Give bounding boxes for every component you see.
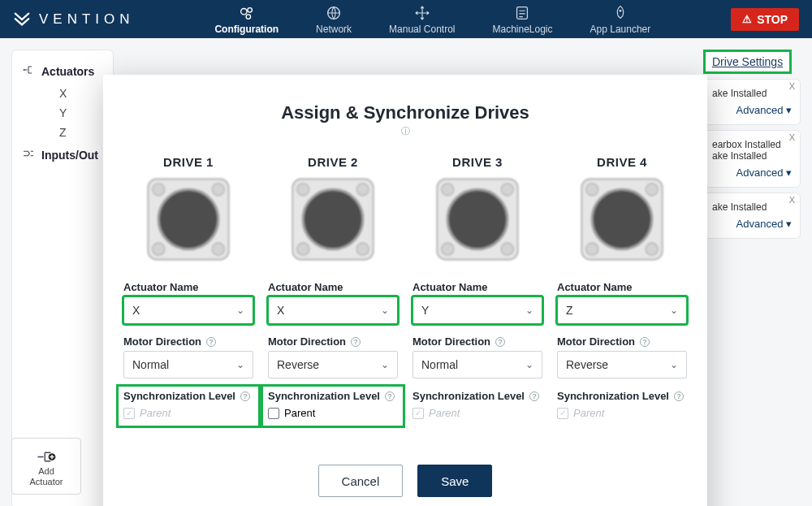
parent-label: Parent [140,407,171,419]
info-icon[interactable]: ? [240,391,250,401]
drive-connector-icon [576,175,668,263]
chevron-down-icon: ⌄ [525,359,533,370]
drive-connector-icon [431,175,524,263]
motor-direction-label: Motor Direction? [123,335,253,348]
svg-point-21 [442,184,454,196]
nav-network[interactable]: Network [316,4,352,35]
nav-label: App Launcher [590,24,651,35]
select-value: Y [421,304,429,317]
chevron-down-icon: ⌄ [670,305,678,316]
save-button[interactable]: Save [417,465,492,497]
nav-machinelogic[interactable]: MachineLogic [492,4,552,35]
drive-4-direction-select[interactable]: Reverse ⌄ [557,351,687,378]
select-value: Normal [421,358,458,371]
motor-direction-label: Motor Direction? [412,335,542,348]
drive-1-direction-select[interactable]: Normal ⌄ [123,351,253,378]
checkbox-icon: ✓ [557,408,568,419]
motor-direction-label: Motor Direction? [557,335,687,348]
drive-1-actuator-select[interactable]: X ⌄ [123,296,253,324]
nav-manual-control[interactable]: Manual Control [389,4,455,35]
drive-1-column: DRIVE 1 Actuator Name X ⌄ Motor Directio… [123,155,253,419]
modal-title: Assign & Synchronize Drives [123,102,688,123]
drive-3-direction-select[interactable]: Normal ⌄ [412,351,542,378]
select-value: X [277,304,284,317]
page-body: Actuators X Y Z Inputs/Out Drive Setting… [0,38,812,506]
svg-point-23 [442,243,454,255]
drive-2-parent-checkbox[interactable]: Parent [268,407,398,419]
svg-point-6 [24,69,25,71]
svg-point-9 [153,184,165,196]
drive-3-heading: DRIVE 3 [412,155,542,169]
nav-configuration[interactable]: Configuration [214,4,279,35]
vention-chevrons-icon [13,11,31,28]
config-card-2: X earbox Installed ake Installed Advance… [703,130,801,188]
svg-point-18 [356,243,369,255]
modal-title-help-icon[interactable]: ⓘ [123,125,688,137]
globe-icon [325,4,343,22]
drive-connector-icon [142,175,235,263]
drive-4-heading: DRIVE 4 [557,155,687,169]
chevron-down-icon: ⌄ [525,305,533,316]
sidebar-axis-x[interactable]: X [12,84,113,103]
top-nav: Configuration Network Manual Control Mac… [140,4,727,35]
close-icon[interactable]: X [789,132,795,142]
svg-point-2 [246,14,251,19]
drive-1-heading: DRIVE 1 [123,155,253,169]
info-icon[interactable]: ? [674,391,684,401]
rocket-icon [611,4,629,22]
advanced-toggle[interactable]: Advanced [712,162,792,179]
nav-app-launcher[interactable]: App Launcher [590,4,651,35]
stop-button[interactable]: STOP [731,8,799,31]
nav-label: Configuration [214,24,279,35]
gears-icon [238,4,256,22]
add-actuator-button[interactable]: Add Actuator [11,438,81,495]
svg-point-24 [501,243,513,255]
svg-point-27 [586,184,598,196]
brand-logo: VENTION [13,11,135,28]
svg-point-28 [646,184,658,196]
drive-settings-link[interactable]: Drive Settings [703,50,792,74]
drive-4-parent-checkbox: ✓ Parent [557,407,687,419]
advanced-toggle[interactable]: Advanced [712,99,792,116]
stop-label: STOP [757,13,788,26]
chevron-down-icon: ⌄ [381,305,389,316]
actuator-name-label: Actuator Name [268,281,398,293]
actuator-name-label: Actuator Name [557,281,687,293]
drive-3-actuator-select[interactable]: Y ⌄ [412,296,542,324]
sidebar-axis-y[interactable]: Y [12,103,113,123]
parent-label: Parent [429,407,460,419]
select-value: X [132,304,140,317]
drive-3-column: DRIVE 3 Actuator Name Y ⌄ Motor Directio… [412,155,542,419]
gearbox-installed-text: earbox Installed [712,139,792,150]
close-icon[interactable]: X [789,81,795,91]
motor-direction-label: Motor Direction? [268,335,398,348]
info-icon[interactable]: ? [206,337,216,347]
add-actuator-label: Add Actuator [30,466,63,487]
sidebar-axis-z[interactable]: Z [12,123,113,142]
select-value: Normal [132,358,169,371]
drive-4-actuator-select[interactable]: Z ⌄ [557,296,687,324]
advanced-toggle[interactable]: Advanced [712,213,792,230]
info-icon[interactable]: ? [385,391,395,401]
chevron-down-icon: ⌄ [670,359,678,370]
sidebar-io-header[interactable]: Inputs/Out [12,142,113,167]
chevron-down-icon: ⌄ [381,359,389,370]
checkbox-icon [268,408,279,419]
drive-2-actuator-select[interactable]: X ⌄ [268,296,398,324]
info-icon[interactable]: ? [495,337,505,347]
io-tree-icon [22,147,35,162]
info-icon[interactable]: ? [351,337,361,347]
sidebar-actuators-header[interactable]: Actuators [12,58,113,84]
close-icon[interactable]: X [789,195,795,205]
info-icon[interactable]: ? [529,391,539,401]
info-icon[interactable]: ? [640,337,650,347]
svg-point-0 [240,8,246,14]
sliders-icon [513,4,531,22]
select-value: Z [566,304,573,317]
cancel-button[interactable]: Cancel [318,465,404,497]
drive-3-parent-checkbox: ✓ Parent [412,407,542,419]
sync-level-label: Synchronization Level? [557,390,687,402]
sync-level-label: Synchronization Level? [412,390,542,402]
drive-2-direction-select[interactable]: Reverse ⌄ [268,351,398,378]
drive-4-column: DRIVE 4 Actuator Name Z ⌄ Motor Directio… [557,155,687,419]
